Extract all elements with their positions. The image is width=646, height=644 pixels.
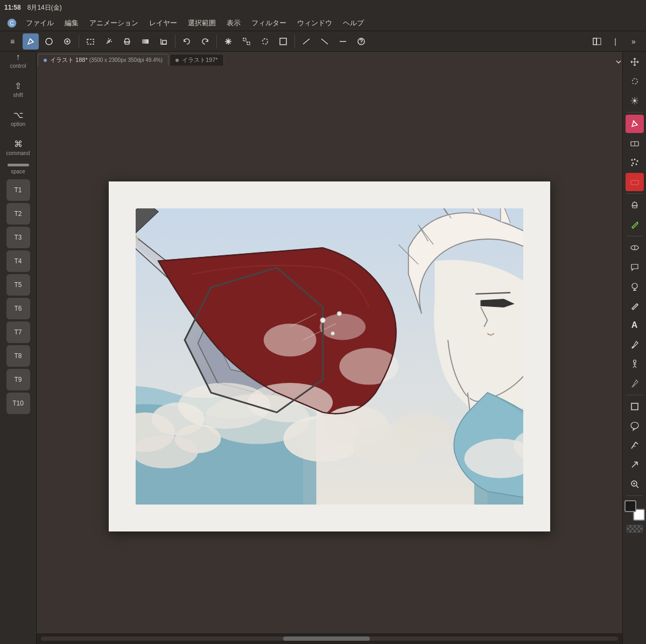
toolbar-lasso[interactable] [257, 33, 273, 50]
tool-pen-active[interactable] [626, 115, 644, 133]
gradient-icon [141, 37, 150, 46]
toolbar-panel-right[interactable]: » [626, 33, 642, 50]
sep3 [216, 35, 217, 48]
menu-layer[interactable]: レイヤー [145, 16, 181, 30]
svg-rect-20 [596, 38, 601, 45]
tool-3d-rotate[interactable] [626, 239, 644, 257]
tab-illust188[interactable]: イラスト 188* (3500 x 2300px 350dpi 49.4%) [38, 54, 168, 66]
tool-bucket[interactable] [626, 196, 644, 214]
toolbar-undo[interactable] [179, 33, 195, 50]
toolbar-bucket[interactable] [119, 33, 135, 50]
t-button-5[interactable]: T5 [6, 274, 30, 296]
horizontal-scrollbar[interactable] [37, 633, 622, 644]
figure-icon [629, 359, 640, 369]
query-icon [356, 37, 366, 46]
foreground-color-swatch[interactable] [624, 500, 636, 512]
tool-pencil2[interactable] [626, 297, 644, 315]
sparkle-tool-icon [629, 95, 640, 106]
tool-sparkle[interactable] [626, 92, 644, 110]
menu-view[interactable]: 表示 [222, 16, 245, 30]
t-button-1[interactable]: T1 [6, 179, 30, 201]
tool-eyedropper[interactable] [626, 335, 644, 354]
tool-eyedropper2[interactable] [626, 374, 644, 393]
canvas-area[interactable] [37, 66, 622, 633]
tool-balloon[interactable] [626, 417, 644, 435]
tool-figure[interactable] [626, 355, 644, 373]
svg-line-45 [636, 486, 638, 488]
toolbar-gradient[interactable] [137, 33, 153, 50]
toolbar-select-rect[interactable] [82, 33, 99, 50]
space-bar-key[interactable] [8, 164, 29, 166]
tool-scatter[interactable] [626, 153, 644, 172]
3d-rotate-icon [629, 242, 640, 253]
poly-select-icon [278, 37, 288, 46]
tool-pencil-green[interactable] [626, 215, 644, 234]
toolbar-select-all[interactable] [238, 33, 255, 50]
tool-rect-frame[interactable] [626, 397, 644, 416]
toolbar-circle-btn[interactable] [41, 33, 57, 50]
tool-pen-rule[interactable] [626, 436, 644, 454]
t-button-7[interactable]: T7 [6, 321, 30, 343]
app-icon[interactable]: C [4, 16, 19, 31]
toolbar-panel-left[interactable] [589, 33, 605, 50]
t-button-6[interactable]: T6 [6, 298, 30, 319]
t-button-10[interactable]: T10 [6, 393, 30, 414]
svg-rect-8 [125, 42, 129, 44]
toolbar-ruler1[interactable] [298, 33, 314, 50]
menu-edit[interactable]: 編集 [60, 16, 83, 30]
menu-filter[interactable]: フィルター [247, 16, 291, 30]
toolbar-menu-btn[interactable]: ≡ [4, 33, 20, 50]
tool-zoom[interactable] [626, 475, 644, 493]
left-key-command[interactable]: ⌘ command [4, 134, 32, 162]
toolbar-settings3[interactable] [353, 33, 369, 50]
svg-point-3 [46, 38, 52, 45]
t-button-2[interactable]: T2 [6, 203, 30, 225]
left-key-option[interactable]: ⌥ option [4, 104, 32, 132]
panel-left-icon [592, 37, 602, 46]
menu-selection[interactable]: 選択範囲 [184, 16, 220, 30]
toolbar-redo[interactable] [197, 33, 213, 50]
toolbar-brush-btn[interactable] [59, 33, 75, 50]
tool-lasso[interactable] [626, 72, 644, 90]
rect-frame-icon [629, 401, 640, 412]
t-button-8[interactable]: T8 [6, 345, 30, 367]
tab-dropdown-btn[interactable] [615, 58, 624, 66]
tool-move[interactable] [626, 53, 644, 71]
toolbar-ruler3[interactable] [335, 33, 351, 50]
toolbar-sparkle[interactable] [220, 33, 236, 50]
svg-point-18 [361, 43, 362, 44]
right-panel: A [622, 31, 646, 644]
menu-bar: C ファイル 編集 アニメーション レイヤー 選択範囲 表示 フィルター ウィン… [0, 15, 646, 31]
scrollbar-track[interactable] [41, 636, 618, 641]
toolbar-pen-btn[interactable] [23, 33, 39, 50]
chevron-down-icon [615, 58, 622, 66]
toolbar-poly-select[interactable] [275, 33, 291, 50]
toolbar-magic-wand[interactable] [101, 33, 117, 50]
left-key-shift[interactable]: ⇧ shift [4, 75, 32, 103]
t-button-9[interactable]: T9 [6, 369, 30, 390]
tool-fill-red[interactable] [626, 173, 644, 191]
tool-arrow[interactable] [626, 456, 644, 474]
tool-text[interactable]: A [626, 316, 644, 334]
speech-bubble-icon [629, 262, 640, 272]
menu-file[interactable]: ファイル [22, 16, 58, 30]
eraser-icon [629, 138, 640, 149]
scrollbar-thumb[interactable] [283, 636, 370, 641]
divider5 [627, 495, 643, 496]
svg-point-37 [632, 283, 637, 289]
menu-help[interactable]: ヘルプ [339, 16, 368, 30]
tool-speech-bubble[interactable] [626, 258, 644, 276]
toolbar-crop[interactable] [156, 33, 172, 50]
svg-point-26 [631, 159, 633, 161]
toolbar-ruler2[interactable] [317, 33, 333, 50]
menu-window[interactable]: ウィンドウ [293, 16, 336, 30]
color-swatches[interactable] [624, 500, 645, 521]
tool-eraser[interactable] [626, 134, 644, 152]
t-button-4[interactable]: T4 [6, 250, 30, 272]
t-button-3[interactable]: T3 [6, 227, 30, 248]
tab-illust197[interactable]: イラスト197* [170, 54, 224, 66]
tool-stamp[interactable] [626, 277, 644, 296]
menu-animation[interactable]: アニメーション [85, 16, 143, 30]
divider1 [627, 112, 643, 113]
toolbar-panel-split[interactable]: | [607, 33, 623, 50]
